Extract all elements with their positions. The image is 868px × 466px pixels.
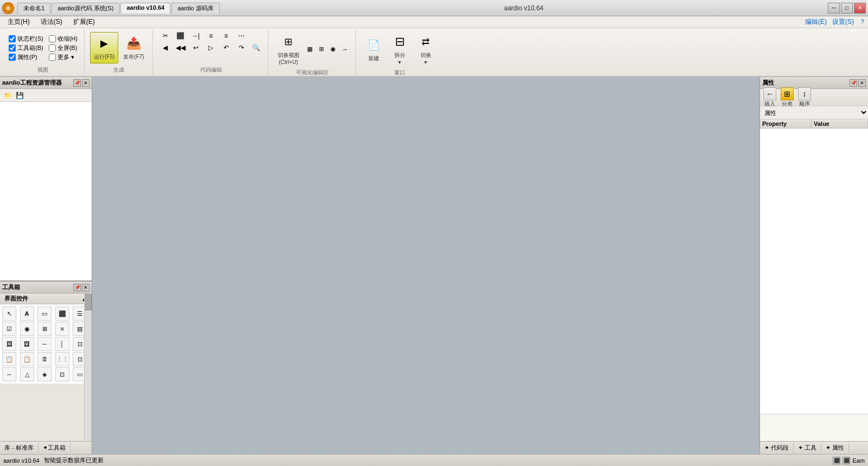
tool-box[interactable]: ⊡	[55, 367, 69, 381]
code-fwd-btn[interactable]: ↩	[189, 42, 203, 53]
checkbox-toolbox[interactable]: 工具箱(B)	[9, 44, 43, 52]
tool-spin[interactable]: ◈	[37, 367, 52, 381]
menu-settings[interactable]: 设置(S)	[832, 17, 854, 27]
toolbox-tab-stdlib[interactable]: 库 - 标准库	[0, 443, 39, 453]
switch-view-button[interactable]: ⊞ 切换视图(Ctrl+U)	[274, 30, 303, 68]
indent-icon: →|	[192, 31, 200, 40]
statusbar-left: aardio v10.64 智能提示数据库已更新	[3, 456, 104, 464]
tool-picture[interactable]: 🖼	[20, 337, 34, 351]
code-undo-btn[interactable]: ↶	[219, 42, 233, 53]
switch-button[interactable]: ⇄ 切换▾	[413, 30, 438, 68]
tool-grid[interactable]: ⊞	[37, 322, 52, 336]
split-button[interactable]: ⊟ 拆分▾	[387, 30, 412, 68]
new-window-button[interactable]: 📄 新建	[361, 34, 386, 65]
tool-label[interactable]: A	[20, 307, 34, 321]
titlebar-tab-3[interactable]: aardio 源码库	[171, 3, 220, 14]
checkbox-statusbar[interactable]: 状态栏(S)	[9, 35, 43, 43]
checkbox-collapse[interactable]: 收缩(H)	[49, 35, 78, 43]
code-comment-btn[interactable]: ⬛	[174, 30, 188, 41]
tool-listview[interactable]: ≡	[55, 322, 69, 336]
checkbox-fullscreen[interactable]: 全屏(B)	[49, 44, 78, 52]
statusbar-indicator2: ⬛	[843, 457, 850, 464]
toolbox-items-ui: ↖ A ▭ ⬛ ☰ ☑ ◉ ⊞ ≡ ▤ 🖼 🖼 ─ │ ⊡	[0, 304, 92, 384]
code-format-btn[interactable]: ≡	[204, 30, 218, 41]
tool-calendar[interactable]: 🗓	[37, 352, 52, 366]
code-back-btn[interactable]: ◀	[158, 42, 173, 53]
vis-size-btn[interactable]: ↔	[340, 44, 351, 54]
run-button[interactable]: ▶ 运行(F5)	[90, 32, 118, 63]
code-more-btn[interactable]: ⋯	[234, 30, 248, 41]
tool-button[interactable]: ⬛	[55, 307, 69, 321]
project-pin-button[interactable]: 📌	[73, 79, 81, 87]
tool-hsplit[interactable]: ─	[37, 337, 52, 351]
find-icon: 🔍	[252, 43, 261, 52]
menu-home[interactable]: 主页(H)	[2, 16, 35, 28]
property-note	[760, 414, 868, 441]
visual-small-btns: ▦ ⊞ ◉ ↔	[304, 44, 351, 54]
code-indent-btn[interactable]: →|	[189, 30, 203, 41]
tool-scroll[interactable]: ↔	[2, 367, 16, 381]
prop-tab-property[interactable]: ✦ 属性	[821, 443, 849, 453]
project-close-button[interactable]: ✕	[82, 79, 90, 87]
prop-category-button[interactable]: ⊞	[781, 87, 794, 100]
titlebar: a 未命名1 aardio源代码 系统(S) aardio v10.64 aar…	[0, 0, 868, 16]
code-row2: ◀ ◀◀ ↩ ▷ ↶ ↷ 🔍	[158, 42, 264, 53]
menu-help[interactable]: ？	[859, 17, 866, 27]
ribbon-group-window: 📄 新建 ⊟ 拆分▾ ⇄ 切换▾ 窗口	[357, 29, 443, 75]
split-label: 拆分▾	[394, 52, 405, 65]
titlebar-tab-2[interactable]: aardio v10.64	[120, 3, 170, 14]
tool-image[interactable]: 🖼	[2, 337, 16, 351]
tool-vsplit[interactable]: │	[55, 337, 69, 351]
publish-button[interactable]: 📤 发布(F7)	[119, 32, 148, 63]
toolbox-pin-button[interactable]: 📌	[73, 284, 81, 291]
property-pin-button[interactable]: 📌	[850, 79, 857, 87]
prop-sort-button[interactable]: ↕	[798, 87, 811, 100]
toolbox-scroll-thumb[interactable]	[85, 294, 92, 310]
property-filter-select[interactable]: 属性	[760, 106, 868, 119]
prop-tab-tools[interactable]: ✦ 工具	[794, 443, 821, 453]
toolbox-close-button[interactable]: ✕	[82, 284, 90, 291]
code-align-btn[interactable]: ≡	[219, 30, 233, 41]
prop-tab-code[interactable]: ✦ 代码段	[760, 443, 794, 453]
titlebar-tab-1[interactable]: aardio源代码 系统(S)	[52, 3, 119, 14]
code-find-btn[interactable]: 🔍	[250, 42, 264, 53]
code-cut-btn[interactable]: ✂	[158, 30, 173, 41]
property-close-button[interactable]: ✕	[858, 79, 866, 87]
vis-box-btn[interactable]: ⊞	[316, 44, 327, 54]
menu-extend[interactable]: 扩展(E)	[68, 16, 100, 28]
code-fwdfar-btn[interactable]: ▷	[204, 42, 218, 53]
backfar-icon: ◀◀	[176, 43, 185, 52]
toolbox-category-ui[interactable]: 界面控件 ▲	[0, 293, 92, 304]
tool-edit[interactable]: ▭	[37, 307, 52, 321]
property-grid: Property Value	[760, 119, 868, 414]
project-save-btn[interactable]: 💾	[14, 91, 25, 100]
property-panel: 属性 📌 ✕ ← 插入 ⊞ 分类 ↕ 顺序	[760, 77, 868, 454]
titlebar-tab-0[interactable]: 未命名1	[17, 3, 50, 14]
maximize-button[interactable]: □	[841, 3, 853, 14]
code-redo-btn[interactable]: ↷	[234, 42, 248, 53]
close-button[interactable]: ✕	[854, 3, 866, 14]
toolbox-scrollbar[interactable]	[84, 293, 92, 441]
toolbox-panel-header: 工具箱 📌 ✕	[0, 282, 92, 293]
toolbox-tab-toolbox[interactable]: ✦工具箱	[39, 443, 71, 453]
minimize-button[interactable]: ─	[828, 3, 840, 14]
vis-grid-btn[interactable]: ▦	[304, 44, 315, 54]
tool-radio[interactable]: ◉	[20, 322, 34, 336]
tool-tabs[interactable]: 📋	[2, 352, 16, 366]
menu-edit[interactable]: 编辑(E)	[805, 17, 827, 27]
prop-insert-button[interactable]: ←	[763, 87, 776, 100]
tool-cursor[interactable]: ↖	[2, 307, 16, 321]
tool-checkbox[interactable]: ☑	[2, 322, 16, 336]
tool-toolbar[interactable]: ⋮⋮	[55, 352, 69, 366]
tool-tab2[interactable]: 📋	[20, 352, 34, 366]
property-filter[interactable]: 属性	[760, 106, 868, 119]
code-backfar-btn[interactable]: ◀◀	[174, 42, 188, 53]
tool-tree[interactable]: △	[20, 367, 34, 381]
publish-label: 发布(F7)	[123, 53, 144, 61]
property-col-name: Property	[760, 119, 812, 128]
checkbox-property[interactable]: 属性(P)	[9, 53, 43, 61]
project-open-btn[interactable]: 📁	[2, 91, 13, 100]
menu-syntax[interactable]: 语法(S)	[35, 16, 68, 28]
vis-circle-btn[interactable]: ◉	[328, 44, 339, 54]
checkbox-more[interactable]: 更多 ▾	[49, 53, 78, 61]
